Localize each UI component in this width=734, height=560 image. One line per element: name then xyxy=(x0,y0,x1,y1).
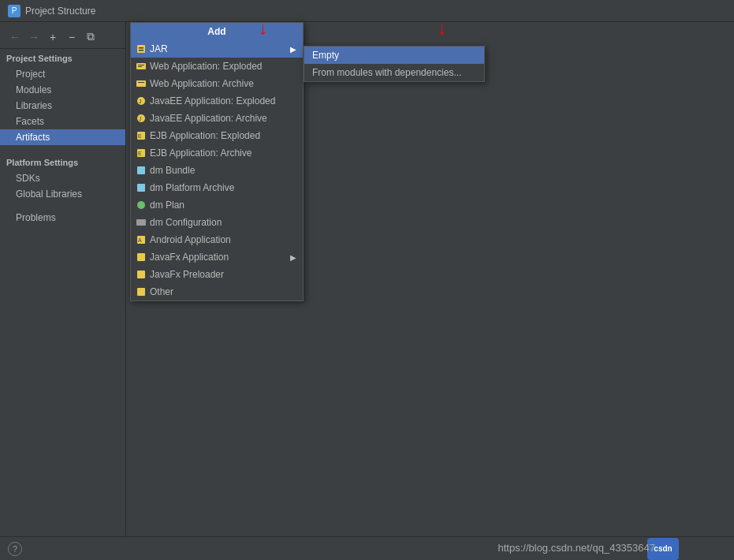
svg-rect-16 xyxy=(137,166,145,174)
help-button[interactable]: ? xyxy=(8,542,22,556)
android-icon: A xyxy=(136,234,147,245)
platform-settings-header: Platform Settings xyxy=(0,153,125,170)
svg-rect-6 xyxy=(136,80,146,87)
javafx-submenu-arrow: ▶ xyxy=(290,253,296,262)
svg-text:J: J xyxy=(139,99,142,104)
svg-rect-22 xyxy=(137,253,145,261)
menu-item-jar-label: JAR xyxy=(150,43,168,54)
arrow-annotation-2: ↑ xyxy=(438,21,446,41)
sidebar-item-problems[interactable]: Problems xyxy=(0,210,125,226)
remove-button[interactable]: − xyxy=(63,28,80,46)
dm-bundle-icon xyxy=(136,165,147,176)
javafx-preloader-icon xyxy=(136,269,147,280)
menu-item-web-exploded[interactable]: Web Application: Exploded xyxy=(131,58,303,75)
menu-item-android-label: Android Application xyxy=(150,234,231,245)
dm-plan-icon xyxy=(136,200,147,211)
menu-item-javafx-preloader-label: JavaFx Preloader xyxy=(150,269,224,280)
sidebar-item-project[interactable]: Project xyxy=(0,66,125,82)
title-bar-text: Project Structure xyxy=(25,6,95,17)
svg-text:E: E xyxy=(138,133,142,139)
ejb-archive-icon: E xyxy=(136,147,147,159)
web-archive-icon xyxy=(136,78,147,89)
menu-item-javafx[interactable]: JavaFx Application ▶ xyxy=(131,248,303,266)
back-button[interactable]: ← xyxy=(6,28,24,46)
add-button[interactable]: + xyxy=(44,28,61,46)
submenu-item-empty-label: Empty xyxy=(312,50,339,61)
jar-submenu: Empty From modules with dependencies... xyxy=(304,46,485,82)
menu-item-dm-bundle-label: dm Bundle xyxy=(150,165,195,176)
menu-item-jar[interactable]: JAR ▶ xyxy=(131,40,303,58)
dm-configuration-icon xyxy=(136,217,147,228)
menu-item-other-label: Other xyxy=(150,286,173,297)
submenu-item-empty[interactable]: Empty xyxy=(304,47,484,64)
app-icon: P xyxy=(8,5,20,17)
title-bar: P Project Structure xyxy=(0,0,734,22)
add-dropdown-menu: Add JAR ▶ xyxy=(130,22,304,301)
sidebar-item-sdks[interactable]: SDKs xyxy=(0,170,125,186)
menu-item-ejb-exploded[interactable]: E EJB Application: Exploded xyxy=(131,127,303,144)
svg-rect-23 xyxy=(137,271,145,278)
jar-icon xyxy=(136,43,147,54)
svg-rect-5 xyxy=(138,66,142,67)
sidebar-item-libraries[interactable]: Libraries xyxy=(0,98,125,114)
other-icon xyxy=(136,286,147,297)
menu-item-ejb-exploded-label: EJB Application: Exploded xyxy=(150,130,260,141)
menu-item-jar-left: JAR xyxy=(136,43,168,54)
svg-rect-2 xyxy=(139,50,143,51)
web-exploded-icon xyxy=(136,61,147,72)
svg-rect-24 xyxy=(137,288,145,296)
main-container: ← → + − ⧉ Project Settings Project Modul… xyxy=(0,22,734,536)
menu-item-javaee-exploded[interactable]: J JavaEE Application: Exploded xyxy=(131,92,303,110)
sidebar-item-artifacts[interactable]: Artifacts xyxy=(0,129,125,145)
sidebar-item-modules[interactable]: Modules xyxy=(0,82,125,98)
menu-item-web-exploded-label: Web Application: Exploded xyxy=(150,61,263,72)
dm-platform-archive-icon xyxy=(136,182,147,193)
project-settings-header: Project Settings xyxy=(0,49,125,66)
svg-rect-4 xyxy=(138,65,144,65)
submenu-item-from-modules[interactable]: From modules with dependencies... xyxy=(304,64,484,81)
menu-item-dm-configuration[interactable]: dm Configuration xyxy=(131,214,303,231)
menu-item-dm-configuration-label: dm Configuration xyxy=(150,217,222,228)
svg-rect-0 xyxy=(137,45,145,53)
svg-text:J: J xyxy=(139,116,142,121)
svg-text:E: E xyxy=(138,151,142,156)
menu-item-javaee-archive[interactable]: J JavaEE Application: Archive xyxy=(131,110,303,127)
menu-item-javaee-archive-label: JavaEE Application: Archive xyxy=(150,113,267,124)
svg-rect-19 xyxy=(136,219,146,226)
add-menu-header: Add xyxy=(131,23,303,40)
svg-rect-7 xyxy=(138,82,144,83)
svg-point-18 xyxy=(137,201,145,209)
menu-item-javafx-label: JavaFx Application xyxy=(150,252,229,263)
menu-item-web-archive[interactable]: Web Application: Archive xyxy=(131,75,303,92)
copy-button[interactable]: ⧉ xyxy=(82,28,99,46)
sidebar: ← → + − ⧉ Project Settings Project Modul… xyxy=(0,22,126,536)
sidebar-toolbar: ← → + − ⧉ xyxy=(0,25,125,49)
javaee-archive-icon: J xyxy=(136,113,147,124)
svg-rect-1 xyxy=(139,47,143,49)
ejb-exploded-icon: E xyxy=(136,130,147,141)
svg-rect-17 xyxy=(137,184,145,192)
menu-item-dm-platform-archive-label: dm Platform Archive xyxy=(150,182,234,193)
menu-item-ejb-archive-label: EJB Application: Archive xyxy=(150,147,251,159)
forward-button[interactable]: → xyxy=(25,28,43,46)
menu-item-javaee-exploded-label: JavaEE Application: Exploded xyxy=(150,95,275,106)
menu-item-android[interactable]: A Android Application xyxy=(131,231,303,248)
menu-item-dm-bundle[interactable]: dm Bundle xyxy=(131,162,303,179)
menu-item-ejb-archive[interactable]: E EJB Application: Archive xyxy=(131,144,303,162)
status-bar: ? https://blog.csdn.net/qq_43353647 csdn xyxy=(0,536,734,560)
content-area: Add JAR ▶ xyxy=(126,22,734,536)
sidebar-item-facets[interactable]: Facets xyxy=(0,114,125,129)
menu-item-javafx-preloader[interactable]: JavaFx Preloader xyxy=(131,266,303,283)
sidebar-divider xyxy=(0,145,125,153)
menu-item-dm-plan[interactable]: dm Plan xyxy=(131,196,303,214)
sidebar-divider-2 xyxy=(0,202,125,210)
sidebar-item-global-libraries[interactable]: Global Libraries xyxy=(0,186,125,202)
submenu-item-from-modules-label: From modules with dependencies... xyxy=(312,67,461,78)
menu-item-dm-platform-archive[interactable]: dm Platform Archive xyxy=(131,179,303,196)
menu-item-other[interactable]: Other xyxy=(131,283,303,301)
watermark: https://blog.csdn.net/qq_43353647 xyxy=(498,542,656,554)
svg-text:A: A xyxy=(138,237,142,243)
jar-submenu-arrow: ▶ xyxy=(290,45,296,54)
javaee-exploded-icon: J xyxy=(136,95,147,106)
menu-item-web-archive-label: Web Application: Archive xyxy=(150,78,254,89)
